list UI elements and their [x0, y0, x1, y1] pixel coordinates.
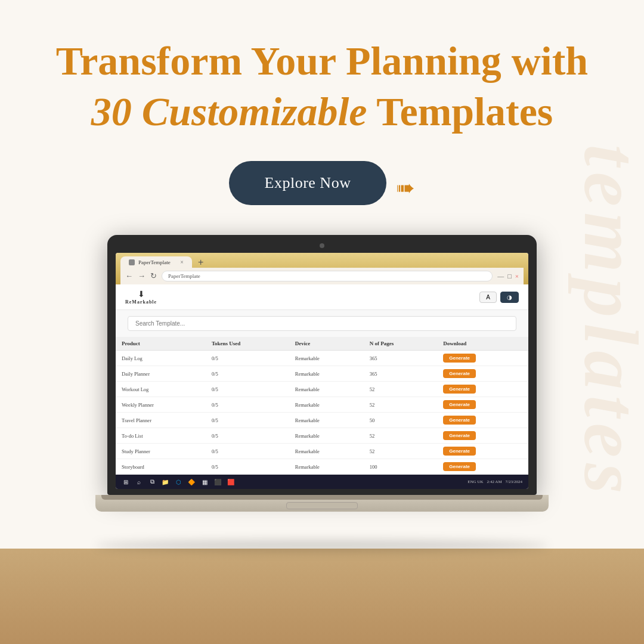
- table-row: Daily Planner0/5Remarkable365Generate: [116, 366, 528, 382]
- laptop-camera: [320, 243, 324, 248]
- browser-actions: — □ ×: [497, 273, 519, 280]
- table-cell: 100: [364, 459, 438, 475]
- laptop-touchpad: [286, 502, 358, 509]
- app-icon-2[interactable]: ▦: [200, 478, 209, 486]
- table-cell: 365: [364, 366, 438, 382]
- generate-button[interactable]: Generate: [443, 385, 476, 394]
- table-cell: Remarkable: [289, 428, 364, 444]
- app-icon-1[interactable]: 🔶: [187, 478, 196, 486]
- headline: Transform Your Planning with 30 Customiz…: [8, 36, 636, 137]
- logo-text: ReMarkable: [125, 299, 157, 305]
- table-cell: 0/5: [206, 413, 289, 428]
- table-cell: Storyboard: [116, 459, 206, 475]
- table-cell: 0/5: [206, 366, 289, 382]
- table-cell: 52: [364, 428, 438, 444]
- col-product: Product: [116, 337, 206, 351]
- headline-line2: 30 Customizable Templates: [56, 86, 588, 137]
- table-cell: 52: [364, 444, 438, 459]
- table-cell: 52: [364, 382, 438, 397]
- search-input[interactable]: [128, 316, 516, 331]
- theme-a-button[interactable]: A: [479, 292, 497, 303]
- app-icon-4[interactable]: 🟥: [227, 478, 235, 486]
- address-bar[interactable]: PaperTemplate: [162, 271, 493, 281]
- start-icon[interactable]: ⊞: [122, 478, 130, 486]
- generate-button[interactable]: Generate: [443, 354, 476, 363]
- browser-tab[interactable]: PaperTemplate ×: [120, 256, 192, 268]
- table-cell: Weekly Planner: [116, 397, 206, 413]
- search-area: [116, 310, 528, 337]
- laptop-hinge: [101, 495, 543, 500]
- refresh-button[interactable]: ↻: [150, 271, 157, 281]
- table-cell: 0/5: [206, 397, 289, 413]
- desk-shadow: [95, 540, 549, 552]
- generate-button-cell[interactable]: Generate: [437, 397, 528, 413]
- table-cell: Remarkable: [289, 459, 364, 475]
- generate-button-cell[interactable]: Generate: [437, 382, 528, 397]
- table-cell: 0/5: [206, 351, 289, 366]
- explore-now-button[interactable]: Explore Now: [229, 161, 387, 205]
- table-cell: Remarkable: [289, 351, 364, 366]
- app-icon-3[interactable]: ⬛: [213, 478, 222, 486]
- generate-button[interactable]: Generate: [443, 462, 476, 471]
- table-row: Travel Planner0/5Remarkable50Generate: [116, 413, 528, 428]
- taskview-icon[interactable]: ⧉: [148, 478, 156, 486]
- laptop-screen: PaperTemplate × + ← → ↻ PaperTemplate: [107, 235, 537, 495]
- cursor-icon: ➠: [396, 175, 415, 201]
- back-button[interactable]: ←: [125, 271, 133, 281]
- generate-button-cell[interactable]: Generate: [437, 444, 528, 459]
- taskbar-lang: ENG UK: [467, 479, 483, 484]
- generate-button-cell[interactable]: Generate: [437, 459, 528, 475]
- table-row: Storyboard0/5Remarkable100Generate: [116, 459, 528, 475]
- table-header-row: Product Tokens Used Device N of Pages Do…: [116, 337, 528, 351]
- explorer-icon[interactable]: 📁: [161, 478, 169, 486]
- main-content: Transform Your Planning with 30 Customiz…: [0, 0, 644, 512]
- table-cell: Study Planner: [116, 444, 206, 459]
- table-cell: Daily Planner: [116, 366, 206, 382]
- app-logo: ⬇ ReMarkable: [125, 289, 157, 305]
- laptop-screen-inner: PaperTemplate × + ← → ↻ PaperTemplate: [116, 253, 528, 489]
- minimize-button[interactable]: —: [497, 273, 504, 280]
- table-cell: Travel Planner: [116, 413, 206, 428]
- table-cell: 0/5: [206, 428, 289, 444]
- col-pages: N of Pages: [364, 337, 438, 351]
- generate-button-cell[interactable]: Generate: [437, 413, 528, 428]
- search-taskbar-icon[interactable]: ⌕: [135, 478, 143, 486]
- table-cell: 50: [364, 413, 438, 428]
- taskbar: ⊞ ⌕ ⧉ 📁 ⬡ 🔶 ▦ ⬛ 🟥 ENG UK 2:42 AM 7/23/20…: [116, 475, 528, 489]
- generate-button-cell[interactable]: Generate: [437, 366, 528, 382]
- generate-button[interactable]: Generate: [443, 416, 476, 425]
- generate-button[interactable]: Generate: [443, 431, 476, 440]
- taskbar-date: 7/23/2024: [506, 479, 522, 484]
- generate-button-cell[interactable]: Generate: [437, 428, 528, 444]
- browser-toolbar: ← → ↻ PaperTemplate — □ ×: [120, 268, 524, 284]
- logo-icon: ⬇: [138, 289, 145, 299]
- table-cell: 0/5: [206, 382, 289, 397]
- edge-icon[interactable]: ⬡: [174, 478, 182, 486]
- new-tab-button[interactable]: +: [193, 257, 208, 268]
- header-actions: A ◑: [479, 292, 519, 303]
- taskbar-right: ENG UK 2:42 AM 7/23/2024: [467, 479, 522, 484]
- generate-button[interactable]: Generate: [443, 369, 476, 378]
- generate-button-cell[interactable]: Generate: [437, 351, 528, 366]
- table-cell: Remarkable: [289, 397, 364, 413]
- tab-close-icon[interactable]: ×: [180, 259, 184, 265]
- col-device: Device: [289, 337, 364, 351]
- app-header: ⬇ ReMarkable A ◑: [116, 284, 528, 310]
- headline-italic: 30 Customizable: [91, 89, 367, 134]
- table-cell: 0/5: [206, 444, 289, 459]
- theme-dark-button[interactable]: ◑: [500, 292, 519, 303]
- tab-label: PaperTemplate: [138, 259, 171, 265]
- table-cell: Remarkable: [289, 444, 364, 459]
- table-row: Workout Log0/5Remarkable52Generate: [116, 382, 528, 397]
- forward-button[interactable]: →: [138, 271, 145, 281]
- table-cell: Remarkable: [289, 366, 364, 382]
- close-button[interactable]: ×: [515, 273, 519, 280]
- cta-area: Explore Now ➠: [229, 161, 416, 205]
- generate-button[interactable]: Generate: [443, 400, 476, 409]
- browser-tabs-bar: PaperTemplate × +: [120, 256, 524, 268]
- generate-button[interactable]: Generate: [443, 447, 476, 456]
- maximize-button[interactable]: □: [507, 273, 512, 280]
- table-row: Daily Log0/5Remarkable365Generate: [116, 351, 528, 366]
- browser-chrome: PaperTemplate × + ← → ↻ PaperTemplate: [116, 253, 528, 284]
- desk-surface: [0, 549, 644, 644]
